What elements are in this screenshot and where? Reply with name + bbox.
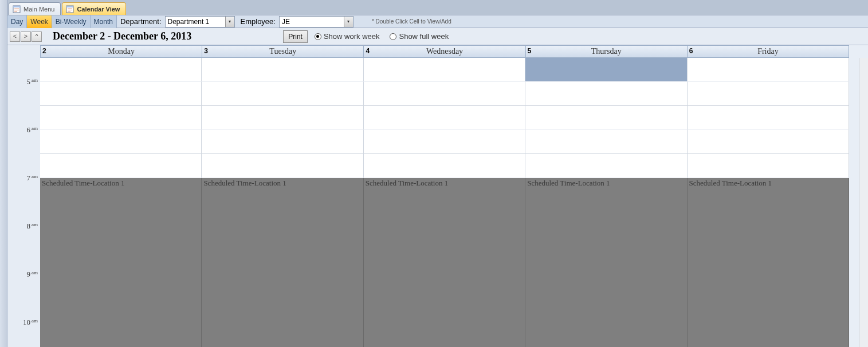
employee-input[interactable] (280, 17, 344, 27)
day-name: Wednesday (364, 46, 525, 57)
svg-rect-6 (66, 6, 73, 7)
day-header[interactable]: 5Thursday (526, 45, 688, 58)
calendar-cell[interactable] (40, 106, 202, 130)
print-button[interactable]: Print (283, 30, 308, 43)
date-range-title: December 2 - December 6, 2013 (53, 30, 191, 42)
day-header[interactable]: 3Tuesday (202, 45, 364, 58)
content-panel: Day Week Bi-Weekly Month Department: ▾ E… (7, 15, 868, 347)
tab-label: Main Menu (23, 6, 54, 13)
scheduled-event[interactable]: Scheduled Time-Location 1 (364, 178, 525, 347)
time-label: 8am (27, 222, 38, 231)
scheduled-event[interactable]: Scheduled Time-Location 1 (688, 178, 849, 347)
radio-label: Show full week (399, 32, 449, 41)
svg-rect-8 (68, 10, 72, 10)
calendar-cell[interactable] (202, 106, 363, 130)
day-number: 2 (42, 47, 46, 55)
radio-icon (390, 33, 396, 40)
department-label: Department: (117, 17, 165, 26)
svg-rect-7 (68, 9, 72, 9)
calendar-cell[interactable] (364, 82, 525, 106)
calendar-cell[interactable] (525, 130, 687, 154)
employee-label: Employee: (237, 17, 279, 26)
tab-bar: Main Menu Calendar View (7, 0, 868, 15)
view-month-button[interactable]: Month (91, 15, 117, 28)
time-label: 6am (27, 125, 38, 135)
calendar-cell[interactable] (688, 82, 849, 106)
calendar-cell[interactable] (364, 58, 525, 82)
day-header[interactable]: 6Friday (688, 45, 849, 58)
calendar-cell[interactable] (40, 58, 202, 82)
scroll-gutter (849, 45, 868, 347)
radio-icon (315, 33, 321, 40)
form-icon (13, 5, 21, 13)
svg-rect-1 (13, 6, 20, 7)
next-button[interactable]: > (21, 31, 31, 42)
calendar-cell[interactable] (525, 82, 687, 106)
day-header[interactable]: 4Wednesday (364, 45, 525, 58)
calendar-cell[interactable] (688, 154, 849, 178)
day-name: Friday (688, 46, 849, 57)
day-header-row: 2Monday3Tuesday4Wednesday5Thursday6Frida… (40, 45, 849, 58)
hint-text: * Double Click Cell to View/Add (372, 18, 451, 25)
calendar-cell[interactable] (688, 58, 849, 82)
department-select[interactable]: ▾ (165, 16, 235, 27)
calendar-cell[interactable] (688, 130, 849, 154)
radio-work-week[interactable]: Show work week (315, 32, 380, 41)
calendar-cell[interactable] (202, 154, 363, 178)
calendar-cell[interactable] (688, 106, 849, 130)
calendar-cell[interactable] (40, 130, 202, 154)
svg-rect-4 (14, 11, 17, 11)
employee-select[interactable]: ▾ (279, 16, 354, 27)
tab-label: Calendar View (77, 6, 120, 13)
day-number: 5 (528, 47, 532, 55)
svg-rect-3 (14, 10, 19, 10)
view-day-button[interactable]: Day (7, 15, 27, 28)
time-label: 5am (27, 77, 38, 86)
calendar-cell[interactable] (364, 130, 525, 154)
time-label: 10am (23, 318, 38, 327)
svg-rect-2 (14, 9, 19, 9)
day-number: 6 (689, 47, 693, 55)
up-button[interactable]: ^ (32, 31, 42, 42)
scrollbar[interactable] (859, 58, 868, 347)
prev-button[interactable]: < (10, 31, 20, 42)
day-number: 3 (204, 47, 208, 55)
radio-label: Show work week (324, 32, 380, 41)
view-week-button[interactable]: Week (27, 15, 52, 28)
calendar-grid[interactable]: Scheduled Time-Location 1Scheduled Time-… (40, 58, 849, 347)
nav-row: < > ^ December 2 - December 6, 2013 Prin… (7, 28, 868, 45)
tab-main-menu[interactable]: Main Menu (9, 2, 61, 15)
day-name: Monday (41, 46, 202, 57)
calendar-cell[interactable] (364, 106, 525, 130)
form-icon (66, 5, 74, 13)
department-input[interactable] (166, 17, 225, 27)
scheduled-event[interactable]: Scheduled Time-Location 1 (40, 178, 202, 347)
tab-calendar-view[interactable]: Calendar View (62, 2, 126, 15)
calendar-cell[interactable] (40, 82, 202, 106)
calendar-cell[interactable] (364, 154, 525, 178)
scheduled-event[interactable]: Scheduled Time-Location 1 (202, 178, 363, 347)
dropdown-icon[interactable]: ▾ (344, 17, 353, 27)
calendar-cell[interactable] (40, 154, 202, 178)
time-label: 7am (27, 174, 38, 183)
calendar-cell[interactable] (202, 82, 363, 106)
scheduled-event[interactable]: Scheduled Time-Location 1 (525, 178, 687, 347)
calendar-area: 2Monday3Tuesday4Wednesday5Thursday6Frida… (7, 45, 868, 347)
day-name: Thursday (526, 46, 687, 57)
calendar-cell[interactable] (202, 130, 363, 154)
time-label: 9am (27, 270, 38, 279)
calendar-cell[interactable] (525, 154, 687, 178)
radio-full-week[interactable]: Show full week (390, 32, 449, 41)
dropdown-icon[interactable]: ▾ (225, 17, 234, 27)
left-rail (0, 0, 7, 347)
view-toolbar: Day Week Bi-Weekly Month Department: ▾ E… (7, 15, 868, 28)
view-biweekly-button[interactable]: Bi-Weekly (52, 15, 91, 28)
calendar-cell[interactable] (202, 58, 363, 82)
day-number: 4 (366, 47, 370, 55)
calendar-cell[interactable] (525, 106, 687, 130)
svg-rect-9 (68, 11, 70, 11)
day-header[interactable]: 2Monday (40, 45, 202, 58)
calendar-cell[interactable] (525, 58, 687, 82)
day-name: Tuesday (202, 46, 363, 57)
